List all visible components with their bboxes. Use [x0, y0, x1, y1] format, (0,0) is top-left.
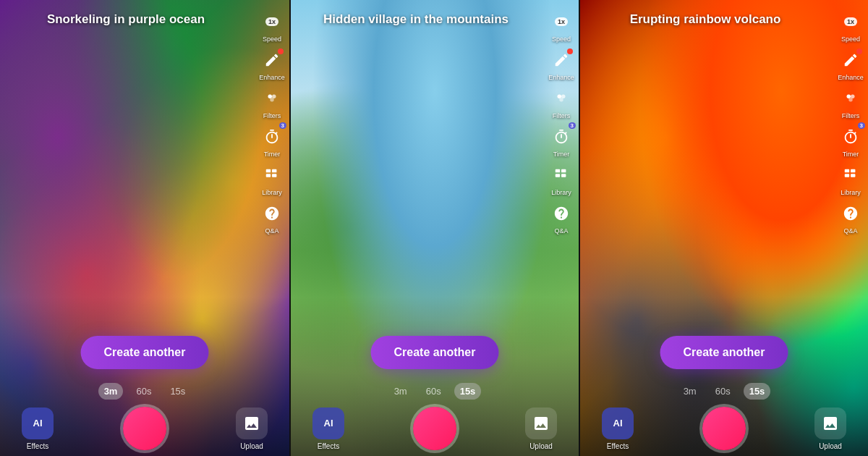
phone-panel-2: Hidden village in the mountains 1x Speed… [289, 0, 579, 456]
record-btn-3[interactable] [702, 407, 746, 450]
timer-btn-3[interactable]: 3 Timer [838, 124, 864, 161]
effects-label-1: Effects [27, 442, 48, 450]
library-btn-3[interactable]: Library [838, 162, 864, 199]
panel-title-1: Snorkeling in purple ocean [0, 12, 252, 28]
library-label-1: Library [262, 189, 282, 196]
time-60s-1[interactable]: 60s [130, 383, 157, 400]
effects-btn-3[interactable]: AI Effects [602, 408, 634, 450]
time-15s-1[interactable]: 15s [164, 383, 191, 400]
svg-point-8 [561, 95, 566, 99]
upload-btn-3[interactable]: Upload [814, 408, 846, 450]
panel-title-3: Erupting rainbow volcano [580, 12, 830, 28]
time-3m-3[interactable]: 3m [678, 383, 702, 400]
qa-btn-3[interactable]: Q&A [838, 200, 864, 237]
speed-label-2: Speed [552, 35, 571, 43]
create-another-btn-2[interactable]: Create another [371, 336, 499, 369]
timer-label-2: Timer [553, 151, 570, 158]
speed-icon-1: 1x [259, 9, 285, 35]
qa-label-3: Q&A [843, 227, 857, 235]
enhance-icon-2 [548, 47, 574, 73]
filters-icon-3 [838, 85, 864, 111]
enhance-btn-2[interactable]: Enhance [548, 47, 574, 84]
svg-point-1 [272, 95, 276, 99]
svg-point-9 [559, 98, 563, 102]
enhance-icon-3 [838, 47, 864, 73]
library-icon-1 [259, 162, 285, 188]
time-3m-1[interactable]: 3m [98, 383, 124, 400]
svg-rect-20 [851, 174, 855, 177]
enhance-label-3: Enhance [838, 74, 864, 81]
filters-btn-2[interactable]: Filters [548, 85, 574, 122]
effects-icon-2: AI [312, 408, 344, 439]
library-btn-2[interactable]: Library [548, 162, 574, 199]
effects-btn-2[interactable]: AI Effects [312, 408, 344, 450]
library-icon-2 [548, 162, 574, 188]
speed-btn-1[interactable]: 1x Speed [259, 9, 285, 46]
svg-rect-3 [266, 169, 271, 173]
controls-row-3: AI Effects Upload [580, 407, 868, 450]
svg-rect-5 [272, 169, 276, 173]
speed-btn-2[interactable]: 1x Speed [548, 9, 574, 46]
qa-btn-2[interactable]: Q&A [548, 200, 574, 237]
speed-icon-2: 1x [548, 9, 574, 35]
timer-icon-2: 3 [548, 124, 574, 150]
qa-label-2: Q&A [554, 227, 568, 235]
time-15s-2[interactable]: 15s [454, 383, 482, 400]
time-selector-2: 3m 60s 15s [291, 383, 579, 400]
speed-icon-3: 1x [838, 9, 864, 35]
time-60s-2[interactable]: 60s [420, 383, 447, 400]
timer-icon-1: 3 [259, 124, 285, 150]
upload-label-1: Upload [240, 442, 263, 450]
time-15s-3[interactable]: 15s [744, 383, 771, 400]
sidebar-2: 1x Speed Enhance Filters 3 Timer [548, 9, 574, 237]
upload-label-2: Upload [529, 442, 553, 450]
enhance-dot-3 [856, 48, 862, 54]
timer-icon-3: 3 [838, 124, 864, 150]
upload-btn-1[interactable]: Upload [236, 408, 268, 450]
phone-panel-1: Snorkeling in purple ocean 1x Speed Enha… [0, 0, 289, 456]
effects-label-3: Effects [607, 442, 629, 450]
library-label-3: Library [841, 189, 861, 196]
filters-icon-2 [548, 85, 574, 111]
svg-rect-18 [845, 174, 849, 177]
svg-rect-4 [266, 174, 271, 177]
controls-row-2: AI Effects Upload [291, 407, 579, 450]
filters-btn-1[interactable]: Filters [259, 85, 285, 122]
bottom-bar-2: 3m 60s 15s AI Effects Upload [291, 383, 579, 456]
qa-btn-1[interactable]: Q&A [259, 200, 285, 237]
time-selector-3: 3m 60s 15s [580, 383, 868, 400]
create-another-btn-3[interactable]: Create another [660, 336, 788, 369]
timer-btn-2[interactable]: 3 Timer [548, 124, 574, 161]
svg-point-7 [558, 95, 562, 99]
speed-btn-3[interactable]: 1x Speed [838, 9, 864, 46]
bottom-bar-3: 3m 60s 15s AI Effects Upload [580, 383, 868, 456]
library-label-2: Library [551, 189, 571, 196]
effects-icon-3: AI [602, 408, 634, 439]
svg-point-0 [268, 95, 273, 99]
filters-label-1: Filters [263, 112, 281, 119]
svg-rect-11 [556, 174, 560, 177]
svg-point-16 [848, 98, 853, 102]
enhance-btn-1[interactable]: Enhance [259, 47, 285, 84]
time-60s-3[interactable]: 60s [710, 383, 736, 400]
upload-label-3: Upload [819, 442, 842, 450]
effects-btn-1[interactable]: AI Effects [22, 408, 54, 450]
timer-btn-1[interactable]: 3 Timer [259, 124, 285, 161]
enhance-label-2: Enhance [548, 74, 574, 81]
svg-point-15 [851, 95, 855, 99]
panel-title-2: Hidden village in the mountains [291, 12, 541, 28]
enhance-btn-3[interactable]: Enhance [838, 47, 864, 84]
create-another-btn-1[interactable]: Create another [81, 336, 209, 369]
time-3m-2[interactable]: 3m [388, 383, 413, 400]
record-btn-2[interactable] [413, 407, 456, 450]
svg-rect-6 [272, 174, 276, 177]
library-icon-3 [838, 162, 864, 188]
svg-rect-10 [556, 169, 560, 173]
record-btn-1[interactable] [123, 407, 166, 450]
phone-panel-3: Erupting rainbow volcano 1x Speed Enhanc… [579, 0, 868, 456]
library-btn-1[interactable]: Library [259, 162, 285, 199]
filters-label-3: Filters [842, 112, 860, 119]
upload-btn-2[interactable]: Upload [525, 408, 557, 450]
filters-btn-3[interactable]: Filters [838, 85, 864, 122]
effects-icon-1: AI [22, 408, 54, 439]
